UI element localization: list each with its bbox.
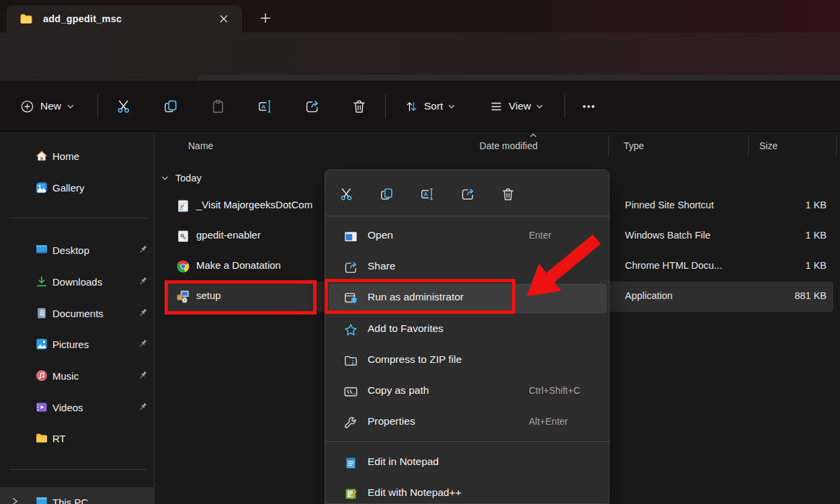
sidebar-item-pictures[interactable]: Pictures: [0, 331, 155, 357]
svg-text:A: A: [424, 191, 429, 198]
sidebar-item-downloads[interactable]: Downloads: [0, 269, 155, 294]
chevron-right-icon[interactable]: [11, 497, 20, 504]
internet-shortcut-icon: e: [176, 199, 190, 213]
column-divider[interactable]: [836, 136, 837, 156]
file-size: 1 KB: [806, 200, 827, 210]
title-bar: add_gpedit_msc: [0, 0, 840, 32]
column-divider[interactable]: [748, 136, 749, 156]
new-tab-icon[interactable]: [255, 8, 276, 28]
menu-divider: [325, 442, 610, 442]
sidebar-label: Home: [52, 151, 79, 162]
menu-item-run-as-administrator[interactable]: Run as administrator: [329, 284, 607, 313]
new-button-label: New: [40, 100, 61, 112]
sidebar-item-music[interactable]: Music: [0, 363, 155, 388]
sidebar-label: This PC: [52, 497, 88, 504]
delete-icon[interactable]: [345, 93, 372, 119]
sidebar-item-documents[interactable]: Documents: [0, 300, 155, 326]
chrome-icon: [176, 259, 190, 274]
file-type: Windows Batch File: [625, 230, 710, 241]
menu-item-label: Run as administrator: [368, 291, 464, 303]
menu-item-share[interactable]: Share: [329, 253, 607, 282]
share-icon: [343, 260, 358, 275]
chevron-down-icon: [448, 104, 455, 109]
sidebar-label: Music: [52, 370, 79, 382]
sidebar-divider: [9, 469, 146, 470]
downloads-icon: [35, 275, 48, 288]
notepad-icon: [343, 456, 358, 470]
videos-icon: [35, 401, 48, 414]
sort-button-label: Sort: [424, 100, 443, 112]
sidebar-label: Gallery: [52, 182, 85, 194]
column-header-type[interactable]: Type: [624, 140, 644, 151]
tab-close-icon[interactable]: [215, 10, 233, 28]
notepad-plus-plus-icon: [343, 487, 358, 501]
sidebar-label: Videos: [52, 402, 83, 413]
toolbar-separator: [564, 94, 565, 118]
file-size: 1 KB: [806, 260, 827, 271]
share-icon[interactable]: [456, 182, 480, 206]
sidebar-item-rt-folder[interactable]: RT: [0, 425, 155, 451]
chevron-down-icon: [67, 104, 74, 109]
menu-item-label: Edit with Notepad++: [368, 487, 462, 499]
menu-item-edit-with-notepad-plus-plus[interactable]: Edit with Notepad++: [329, 479, 607, 504]
menu-item-label: Edit in Notepad: [368, 456, 439, 468]
file-name: setup: [196, 290, 221, 301]
sidebar-item-desktop[interactable]: Desktop: [0, 237, 155, 263]
file-name: gpedit-enabler: [196, 229, 261, 241]
column-header-size[interactable]: Size: [759, 140, 778, 151]
menu-item-label: Open: [368, 229, 393, 241]
rename-icon[interactable]: A: [415, 182, 439, 206]
sort-icon: [405, 99, 419, 114]
menu-item-compress-to-zip[interactable]: Compress to ZIP file: [329, 346, 607, 376]
file-size: 1 KB: [806, 230, 827, 241]
group-header-today[interactable]: Today: [161, 169, 202, 187]
menu-divider: [325, 216, 610, 216]
run-as-administrator-icon: [343, 291, 358, 306]
toolbar-separator: [97, 94, 98, 118]
sidebar-label: Downloads: [52, 276, 102, 288]
installer-icon: [176, 290, 190, 304]
navigation-pane: Home Gallery Desktop Downloads Documents: [0, 132, 155, 504]
file-type: Chrome HTML Docu...: [625, 260, 722, 271]
menu-item-copy-as-path[interactable]: Copy as path Ctrl+Shift+C: [329, 377, 607, 407]
more-options-icon[interactable]: [575, 93, 602, 119]
rename-icon[interactable]: A: [251, 93, 278, 119]
menu-item-edit-in-notepad[interactable]: Edit in Notepad: [329, 448, 607, 478]
this-pc-icon: [35, 495, 48, 504]
pin-icon: [137, 370, 149, 382]
sidebar-item-home[interactable]: Home: [0, 143, 155, 169]
menu-item-shortcut: Enter: [529, 230, 551, 241]
copy-icon[interactable]: [157, 93, 184, 119]
explorer-tab[interactable]: add_gpedit_msc: [7, 5, 242, 32]
cut-icon[interactable]: [110, 93, 137, 119]
cut-icon[interactable]: [335, 182, 359, 206]
menu-item-properties[interactable]: Properties Alt+Enter: [329, 408, 607, 437]
file-type: Application: [625, 290, 673, 301]
menu-item-shortcut: Ctrl+Shift+C: [529, 385, 580, 396]
zip-folder-icon: [343, 353, 358, 368]
share-icon[interactable]: [298, 93, 325, 119]
home-icon: [35, 149, 48, 163]
paste-icon[interactable]: [204, 93, 231, 119]
sidebar-item-gallery[interactable]: Gallery: [0, 175, 155, 200]
sort-ascending-caret-icon: [530, 133, 537, 138]
sidebar-label: Documents: [52, 308, 103, 319]
new-button[interactable]: New: [12, 93, 82, 119]
menu-item-open[interactable]: Open Enter: [329, 222, 607, 251]
chevron-down-icon: [161, 175, 169, 181]
column-divider[interactable]: [608, 136, 609, 156]
copy-icon[interactable]: [375, 182, 399, 206]
file-name: _Visit MajorgeeksDotCom: [196, 199, 312, 210]
column-header-name[interactable]: Name: [188, 140, 213, 151]
batch-file-icon: [176, 229, 190, 243]
menu-item-add-to-favorites[interactable]: Add to Favorites: [329, 315, 607, 345]
column-header-date-modified[interactable]: Date modified: [464, 140, 538, 151]
delete-icon[interactable]: [496, 182, 520, 206]
pin-icon: [137, 244, 149, 256]
view-button[interactable]: View: [482, 93, 550, 119]
sidebar-item-this-pc[interactable]: This PC: [0, 487, 155, 504]
sidebar-item-videos[interactable]: Videos: [0, 394, 155, 420]
file-type: Pinned Site Shortcut: [625, 200, 714, 210]
group-label: Today: [175, 173, 202, 183]
sort-button[interactable]: Sort: [398, 93, 462, 119]
